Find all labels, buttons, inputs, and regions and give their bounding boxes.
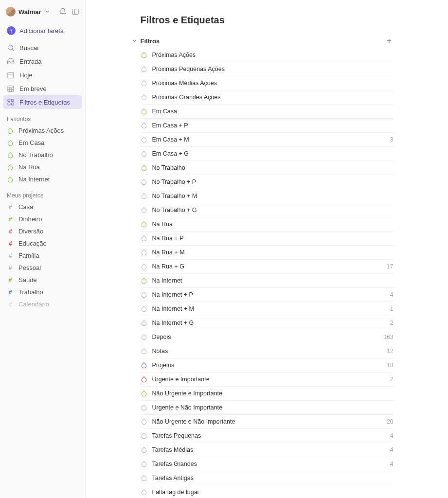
nav-filters[interactable]: Filtros e Etiquetas (3, 95, 82, 109)
project-label: Família (18, 252, 39, 259)
plus-icon: + (7, 26, 16, 35)
filter-label: Tarefas Pequenas (152, 432, 385, 439)
filter-item[interactable]: Falta tag de lugar (141, 485, 394, 498)
search-icon (7, 44, 15, 52)
drop-icon (141, 404, 147, 411)
filter-item[interactable]: Não Urgente e Importante (141, 387, 394, 401)
project-item[interactable]: #Trabalho (3, 286, 82, 298)
filter-item[interactable]: Em Casa (141, 105, 394, 119)
chevron-down-icon (132, 38, 139, 43)
filter-item[interactable]: Na Rua + G17 (141, 260, 394, 274)
nav-today[interactable]: Hoje (3, 68, 82, 82)
filter-count: 163 (383, 334, 393, 340)
filter-label: Urgente e Não Importante (152, 404, 389, 411)
drop-icon (141, 489, 147, 496)
hash-icon: # (7, 288, 14, 296)
filter-item[interactable]: Na Rua + M (141, 246, 394, 260)
add-filter-button[interactable]: + (385, 36, 393, 45)
svg-rect-11 (8, 99, 10, 102)
nav-search[interactable]: Buscar (3, 41, 82, 54)
filter-label: Em Casa (152, 108, 389, 115)
filter-item[interactable]: No Trabalho + M (141, 189, 394, 203)
project-item[interactable]: #Pessoal (3, 262, 82, 274)
filter-item[interactable]: Na Rua + P (141, 231, 394, 246)
filter-label: Na Rua + P (152, 235, 389, 242)
drop-icon (141, 150, 147, 157)
project-item[interactable]: #Diversão (3, 225, 82, 237)
svg-line-3 (12, 49, 14, 51)
filter-count: 2 (390, 376, 394, 383)
project-item[interactable]: #Dinheiro (3, 213, 82, 225)
filter-count: 1 (390, 305, 394, 312)
project-item[interactable]: #Educação (3, 237, 82, 249)
username: Walmar (18, 8, 41, 16)
favorite-item[interactable]: Em Casa (3, 137, 82, 149)
filter-label: Próximas Médias Ações (152, 80, 389, 87)
filter-item[interactable]: No Trabalho + G (141, 203, 394, 217)
user-menu[interactable]: Walmar (6, 7, 50, 17)
favorite-item[interactable]: Na Rua (3, 161, 82, 173)
filter-count: 18 (387, 362, 393, 369)
favorite-label: Na Internet (18, 176, 50, 183)
filter-item[interactable]: Tarefas Grandes4 (141, 457, 394, 471)
drop-icon (141, 291, 147, 298)
favorite-item[interactable]: No Trabalho (3, 149, 82, 161)
filter-item[interactable]: Próximas Pequenas Ações (141, 62, 394, 76)
filter-item[interactable]: Não Urgente e Não Importante20 (141, 415, 394, 429)
filter-count: 4 (390, 432, 394, 439)
sidebar-header: Walmar (3, 5, 82, 18)
filter-item[interactable]: Na Rua (141, 217, 394, 231)
filter-count: 17 (387, 263, 393, 270)
filter-label: Tarefas Grandes (152, 461, 385, 467)
filter-label: Na Rua + M (152, 249, 389, 256)
projects-label[interactable]: Meus projetos (3, 185, 82, 201)
add-task-button[interactable]: + Adicionar tarefa (3, 23, 82, 38)
favorites-label[interactable]: Favoritos (3, 109, 82, 124)
notifications-icon[interactable] (59, 8, 67, 16)
filter-item[interactable]: Próximas Médias Ações (141, 76, 394, 90)
drop-icon (141, 475, 147, 481)
drop-icon (141, 122, 147, 129)
project-item[interactable]: #Família (3, 249, 82, 262)
filter-item[interactable]: No Trabalho (141, 161, 394, 175)
filter-item[interactable]: Em Casa + M3 (141, 133, 394, 147)
filter-item[interactable]: Tarefas Pequenas4 (141, 429, 394, 443)
filter-item[interactable]: Próximas Grandes Ações (141, 90, 394, 105)
nav-inbox[interactable]: Entrada (3, 54, 82, 68)
filter-item[interactable]: Em Casa + P (141, 119, 394, 133)
filter-item[interactable]: Projetos18 (141, 358, 394, 373)
favorite-item[interactable]: Na Internet (3, 173, 82, 185)
filter-item[interactable]: Na Internet + P4 (141, 288, 394, 302)
filter-item[interactable]: Urgente e Importante2 (141, 373, 394, 387)
filter-item[interactable]: Urgente e Não Importante (141, 401, 394, 415)
filter-item[interactable]: Próximas Ações (141, 48, 394, 62)
svg-rect-12 (11, 99, 14, 102)
chevron-down-icon (45, 9, 50, 14)
filter-item[interactable]: Em Casa + G (141, 147, 394, 161)
filter-item[interactable]: Depois163 (141, 330, 394, 344)
filter-label: Não Urgente e Importante (152, 390, 389, 397)
sidebar-toggle-icon[interactable] (72, 8, 79, 16)
favorite-item[interactable]: Próximas Ações (3, 124, 82, 137)
project-item[interactable]: #Casa (3, 201, 82, 213)
filter-item[interactable]: Na Internet (141, 274, 394, 288)
filter-item[interactable]: Notas12 (141, 344, 394, 358)
project-label: Educação (18, 240, 47, 247)
filter-label: Na Internet + M (152, 305, 385, 312)
filter-item[interactable]: Tarefas Médias4 (141, 443, 394, 457)
filter-label: Na Rua (152, 221, 389, 228)
project-label: Diversão (18, 228, 43, 235)
drop-icon (7, 140, 14, 146)
nav-upcoming[interactable]: Em breve (3, 82, 82, 95)
project-item[interactable]: #Calendário (3, 298, 82, 310)
drop-icon (141, 108, 147, 115)
favorite-label: Na Rua (18, 163, 40, 171)
drop-icon (141, 66, 147, 72)
filter-item[interactable]: No Trabalho + P (141, 175, 394, 189)
drop-icon (141, 178, 147, 185)
filter-item[interactable]: Na Internet + G2 (141, 316, 394, 330)
filter-item[interactable]: Na Internet + M1 (141, 302, 394, 316)
project-item[interactable]: #Saúde (3, 274, 82, 286)
filters-section-header[interactable]: Filtros + (132, 35, 394, 47)
filter-item[interactable]: Tarefas Antigas (141, 471, 394, 485)
